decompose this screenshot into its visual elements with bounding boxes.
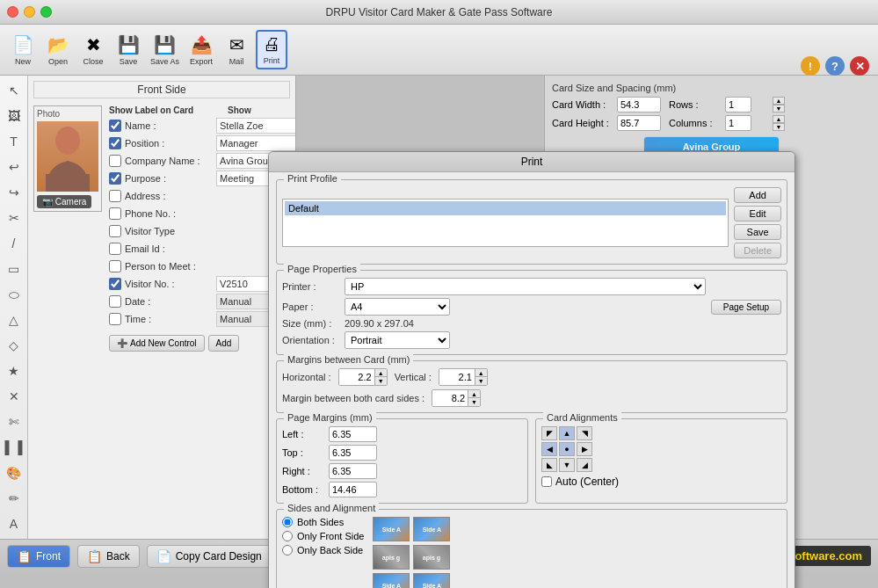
horizontal-down[interactable]: ▼ [374, 377, 387, 385]
margin-between-down[interactable]: ▼ [468, 398, 480, 406]
add-button[interactable]: Add [208, 335, 240, 352]
star-tool[interactable]: ★ [3, 359, 25, 382]
label-checkbox-11[interactable] [109, 313, 121, 325]
margin-between-spinbox[interactable]: ▲ ▼ [432, 389, 481, 407]
back-side-radio[interactable] [282, 545, 293, 555]
orientation-select[interactable]: Portrait [345, 331, 450, 349]
copy-card-button[interactable]: 📄 Copy Card Design [147, 545, 272, 568]
edit-profile-button[interactable]: Edit [734, 206, 781, 221]
vertical-input[interactable] [439, 369, 475, 385]
columns-down[interactable]: ▼ [773, 123, 785, 131]
vertical-down[interactable]: ▼ [475, 377, 487, 385]
exit-button[interactable]: ✕ [850, 56, 869, 76]
text-tool[interactable]: T [3, 130, 25, 153]
mail-button[interactable]: ✉ Mail [221, 32, 252, 69]
camera-button[interactable]: 📷 Camera [37, 195, 91, 208]
redo-tool[interactable]: ↪ [3, 181, 25, 204]
pen-tool[interactable]: ✏ [3, 487, 25, 510]
help-button[interactable]: ? [825, 56, 845, 76]
paper-select[interactable]: A4 [345, 298, 450, 316]
window-controls[interactable] [7, 6, 52, 18]
card-height-input[interactable] [617, 115, 661, 131]
margin-between-up[interactable]: ▲ [468, 390, 480, 398]
label-checkbox-5[interactable] [109, 207, 121, 220]
delete-profile-button[interactable]: Delete [734, 243, 781, 258]
align-tl[interactable]: ◤ [541, 426, 557, 440]
label-value-1[interactable] [216, 135, 296, 151]
label-checkbox-8[interactable] [109, 260, 121, 272]
label-checkbox-9[interactable] [109, 278, 121, 290]
rows-up[interactable]: ▲ [773, 97, 785, 105]
add-new-control-button[interactable]: ➕ Add New Control [109, 335, 205, 352]
align-ml[interactable]: ◀ [541, 442, 557, 456]
align-tc[interactable]: ▲ [559, 426, 575, 440]
left-input[interactable] [329, 426, 377, 442]
front-side-option[interactable]: Only Front Side [282, 531, 364, 541]
both-sides-option[interactable]: Both Sides [282, 517, 364, 527]
label-value-0[interactable] [216, 118, 296, 134]
right-input[interactable] [329, 463, 377, 479]
undo-tool[interactable]: ↩ [3, 156, 25, 178]
cross-tool[interactable]: ✕ [3, 385, 25, 408]
auto-center-checkbox[interactable] [541, 476, 552, 487]
scissors-tool[interactable]: ✄ [3, 410, 25, 433]
line-tool[interactable]: / [3, 232, 25, 255]
both-sides-radio[interactable] [282, 517, 293, 527]
align-br[interactable]: ◢ [577, 458, 592, 472]
label-checkbox-3[interactable] [109, 172, 121, 185]
save-profile-button[interactable]: Save [734, 224, 781, 240]
horizontal-up[interactable]: ▲ [374, 369, 387, 377]
align-bc[interactable]: ▼ [559, 458, 575, 472]
minimize-window-button[interactable] [24, 6, 35, 18]
columns-input[interactable] [725, 115, 751, 131]
back-side-option[interactable]: Only Back Side [282, 545, 364, 555]
triangle-tool[interactable]: △ [3, 309, 25, 331]
columns-up[interactable]: ▲ [773, 115, 785, 123]
print-button[interactable]: 🖨 Print [256, 30, 287, 69]
bottom-input[interactable] [329, 482, 377, 497]
open-button[interactable]: 📂 Open [42, 32, 74, 69]
front-side-radio[interactable] [282, 531, 293, 541]
warning-button[interactable]: ! [801, 56, 820, 76]
image-tool[interactable]: 🖼 [3, 105, 25, 127]
vertical-up[interactable]: ▲ [475, 369, 487, 377]
maximize-window-button[interactable] [40, 6, 52, 18]
page-setup-button[interactable]: Page Setup [711, 300, 781, 315]
label-checkbox-10[interactable] [109, 295, 121, 308]
align-mr[interactable]: ▶ [577, 442, 592, 456]
align-bl[interactable]: ◣ [541, 458, 557, 472]
horizontal-spinbox[interactable]: ▲ ▼ [338, 368, 388, 386]
new-button[interactable]: 📄 New [7, 32, 39, 69]
vertical-spinbox[interactable]: ▲ ▼ [439, 368, 488, 386]
label-checkbox-6[interactable] [109, 225, 121, 237]
label-checkbox-4[interactable] [109, 190, 121, 202]
margin-between-input[interactable] [432, 390, 468, 406]
align-tr[interactable]: ◥ [577, 426, 592, 440]
cut-tool[interactable]: ✂ [3, 207, 25, 229]
diamond-tool[interactable]: ◇ [3, 334, 25, 357]
export-button[interactable]: 📤 Export [185, 32, 217, 69]
label-checkbox-0[interactable] [109, 120, 121, 132]
profile-list[interactable]: Default [282, 199, 729, 247]
profile-default[interactable]: Default [285, 201, 726, 215]
save-button[interactable]: 💾 Save [112, 32, 144, 69]
label-checkbox-2[interactable] [109, 155, 121, 167]
rows-input[interactable] [725, 97, 751, 113]
ellipse-tool[interactable]: ⬭ [3, 283, 25, 306]
close-button[interactable]: ✖ Close [77, 32, 109, 69]
close-window-button[interactable] [7, 6, 18, 18]
add-profile-button[interactable]: Add [734, 187, 781, 203]
barcode-tool[interactable]: ▌▐ [3, 436, 25, 459]
align-mc[interactable]: ● [559, 442, 575, 456]
rows-down[interactable]: ▼ [773, 105, 785, 113]
front-tab[interactable]: 📋 Front [7, 545, 70, 568]
card-width-input[interactable] [617, 97, 661, 113]
top-input[interactable] [329, 445, 377, 461]
back-tab[interactable]: 📋 Back [77, 545, 140, 568]
printer-select[interactable]: HP [345, 278, 706, 295]
label-checkbox-7[interactable] [109, 243, 121, 255]
font-tool[interactable]: A [3, 512, 25, 535]
color-tool[interactable]: 🎨 [3, 461, 25, 484]
save-as-button[interactable]: 💾 Save As [148, 32, 182, 69]
rect-tool[interactable]: ▭ [3, 258, 25, 280]
